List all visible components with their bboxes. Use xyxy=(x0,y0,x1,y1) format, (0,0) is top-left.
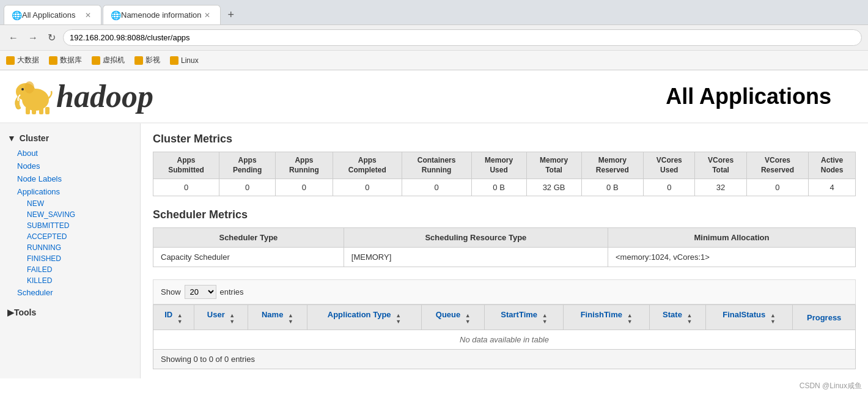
bookmark-bigdata[interactable]: 大数据 xyxy=(6,55,39,65)
page-title: All Applications xyxy=(666,84,856,109)
cluster-nav: About Nodes Node Labels Applications NEW… xyxy=(0,147,140,299)
sidebar-item-failed[interactable]: FAILED xyxy=(22,264,140,275)
table-footer: Showing 0 to 0 of 0 entries xyxy=(153,350,856,369)
bookmark-video[interactable]: 影视 xyxy=(134,55,160,65)
cluster-section[interactable]: ▼ Cluster xyxy=(0,130,140,147)
tab-namenode[interactable]: 🌐 Namenode information ✕ xyxy=(103,5,221,24)
hadoop-logo: hadoop xyxy=(12,76,153,116)
bookmark-label-database: 数据库 xyxy=(60,55,82,65)
sched-val-resource-type: [MEMORY] xyxy=(344,248,608,267)
entries-label: entries xyxy=(220,287,244,297)
col-apps-submitted: AppsSubmitted xyxy=(153,152,219,179)
sidebar-item-about[interactable]: About xyxy=(12,147,140,160)
val-vcores-used: 0 xyxy=(644,179,695,196)
elephant-svg xyxy=(12,76,55,116)
col-vcores-used: VCoresUsed xyxy=(644,152,695,179)
new-tab-button[interactable]: + xyxy=(222,5,241,24)
sidebar-item-new[interactable]: NEW xyxy=(22,198,140,209)
sidebar-item-new-saving[interactable]: NEW_SAVING xyxy=(22,209,140,220)
address-bar: ← → ↻ xyxy=(0,24,868,50)
reload-button[interactable]: ↻ xyxy=(45,29,58,46)
tools-label: Tools xyxy=(14,308,36,317)
bookmark-linux[interactable]: Linux xyxy=(170,56,199,65)
bookmark-label-vm: 虚拟机 xyxy=(103,55,125,65)
bookmark-icon-linux xyxy=(170,56,178,65)
queue-sort-icon: ▲▼ xyxy=(465,312,471,325)
col-apps-running: AppsRunning xyxy=(276,152,333,179)
sidebar-item-applications[interactable]: Applications xyxy=(12,185,140,198)
sidebar: ▼ Cluster About Nodes Node Labels Applic… xyxy=(0,123,141,378)
sidebar-item-node-labels[interactable]: Node Labels xyxy=(12,172,140,185)
tab-close-all-applications[interactable]: ✕ xyxy=(83,10,94,21)
scheduler-row: Capacity Scheduler [MEMORY] <memory:1024… xyxy=(153,248,856,267)
tab-close-namenode[interactable]: ✕ xyxy=(202,10,213,21)
sidebar-item-nodes[interactable]: Nodes xyxy=(12,160,140,172)
sidebar-item-accepted[interactable]: ACCEPTED xyxy=(22,231,140,242)
bookmark-icon-database xyxy=(49,56,57,65)
svg-point-3 xyxy=(24,81,34,94)
browser-chrome: 🌐 All Applications ✕ 🌐 Namenode informat… xyxy=(0,0,868,70)
app-col-finalstatus[interactable]: FinalStatus ▲▼ xyxy=(705,305,793,330)
val-vcores-reserved: 0 xyxy=(746,179,809,196)
sidebar-item-killed[interactable]: KILLED xyxy=(22,275,140,286)
sidebar-item-running[interactable]: RUNNING xyxy=(22,242,140,253)
entries-select[interactable]: 10 20 50 100 xyxy=(185,285,216,299)
app-col-starttime[interactable]: StartTime ▲▼ xyxy=(485,305,564,330)
sidebar-item-submitted[interactable]: SUBMITTED xyxy=(22,220,140,231)
col-active-nodes: ActiveNodes xyxy=(809,152,856,179)
main-content: ▼ Cluster About Nodes Node Labels Applic… xyxy=(0,123,868,378)
showing-text: Showing 0 to 0 of 0 entries xyxy=(161,355,255,364)
app-col-state[interactable]: State ▲▼ xyxy=(649,305,705,330)
val-apps-completed: 0 xyxy=(333,179,402,196)
sched-col-type: Scheduler Type xyxy=(153,228,344,248)
applications-sub-nav: NEW NEW_SAVING SUBMITTED ACCEPTED RUNNIN… xyxy=(12,198,140,286)
finalstatus-sort-icon: ▲▼ xyxy=(770,312,776,325)
address-input[interactable] xyxy=(63,29,862,46)
back-button[interactable]: ← xyxy=(6,30,21,46)
val-memory-reserved: 0 B xyxy=(581,179,644,196)
sched-val-type: Capacity Scheduler xyxy=(153,248,344,267)
show-label: Show xyxy=(161,287,181,297)
tab-globe-icon: 🌐 xyxy=(12,10,22,20)
tab-label-namenode: Namenode information xyxy=(121,10,202,20)
val-apps-running: 0 xyxy=(276,179,333,196)
col-vcores-total: VCoresTotal xyxy=(695,152,746,179)
state-sort-icon: ▲▼ xyxy=(687,312,693,325)
tools-arrow: ▶ xyxy=(7,308,14,317)
cluster-arrow: ▼ xyxy=(7,133,16,143)
sched-col-min-alloc: Minimum Allocation xyxy=(608,228,855,248)
bookmark-label-linux: Linux xyxy=(181,56,199,65)
val-memory-used: 0 B xyxy=(471,179,526,196)
app-col-type[interactable]: Application Type ▲▼ xyxy=(307,305,421,330)
app-col-id[interactable]: ID ▲▼ xyxy=(153,305,194,330)
app-col-name[interactable]: Name ▲▼ xyxy=(248,305,307,330)
sidebar-item-scheduler[interactable]: Scheduler xyxy=(12,286,140,299)
bookmark-vm[interactable]: 虚拟机 xyxy=(92,55,125,65)
app-col-queue[interactable]: Queue ▲▼ xyxy=(422,305,485,330)
app-col-user[interactable]: User ▲▼ xyxy=(194,305,248,330)
val-apps-pending: 0 xyxy=(219,179,276,196)
scheduler-metrics-title: Scheduler Metrics xyxy=(153,208,856,221)
cluster-metrics-title: Cluster Metrics xyxy=(153,133,856,146)
svg-point-2 xyxy=(21,88,24,90)
tab-all-applications[interactable]: 🌐 All Applications ✕ xyxy=(4,5,101,24)
col-apps-completed: AppsCompleted xyxy=(333,152,402,179)
content-area: Cluster Metrics AppsSubmitted AppsPendin… xyxy=(141,123,868,378)
tools-section[interactable]: ▶ Tools xyxy=(0,304,140,321)
app-col-progress[interactable]: Progress xyxy=(793,305,856,330)
forward-button[interactable]: → xyxy=(26,30,40,46)
sched-col-resource-type: Scheduling Resource Type xyxy=(344,228,608,248)
tab-label-all-applications: All Applications xyxy=(22,10,75,20)
svg-rect-5 xyxy=(32,107,36,114)
bookmark-database[interactable]: 数据库 xyxy=(49,55,82,65)
col-containers-running: ContainersRunning xyxy=(402,152,471,179)
col-vcores-reserved: VCoresReserved xyxy=(746,152,809,179)
val-apps-submitted: 0 xyxy=(153,179,219,196)
bookmark-label-bigdata: 大数据 xyxy=(17,55,39,65)
app-col-finishtime[interactable]: FinishTime ▲▼ xyxy=(564,305,649,330)
no-data-message: No data available in table xyxy=(153,330,856,350)
bookmark-label-video: 影视 xyxy=(145,55,160,65)
sidebar-item-finished[interactable]: FINISHED xyxy=(22,253,140,264)
val-active-nodes: 4 xyxy=(809,179,856,196)
watermark: CSDN @Linux咸鱼 xyxy=(0,378,868,394)
